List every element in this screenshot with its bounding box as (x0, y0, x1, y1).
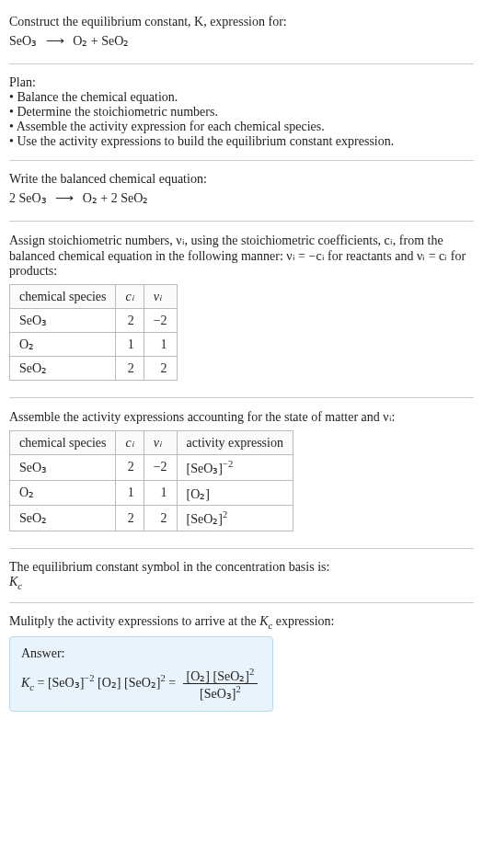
answer-label: Answer: (21, 646, 261, 661)
cell-species: O₂ (10, 480, 116, 506)
plan-item: Balance the chemical equation. (9, 90, 474, 105)
cell-species: SeO₂ (10, 357, 116, 381)
intro-line: Construct the equilibrium constant, K, e… (9, 15, 474, 29)
cell-species: SeO₃ (10, 309, 116, 333)
act-exp: −2 (223, 459, 233, 469)
col-species: chemical species (10, 431, 116, 455)
stoich-table: chemical species cᵢ νᵢ SeO₃ 2 −2 O₂ 1 1 … (9, 284, 178, 381)
basis-symbol: Kc (9, 575, 474, 591)
plan-list: Balance the chemical equation. Determine… (9, 90, 474, 149)
kc-expression: Kc = [SeO₃]−2 [O₂] [SeO₂]2 = [O₂] [SeO₂]… (21, 667, 261, 702)
balanced-equation: 2 SeO₃ ⟶ O₂ + 2 SeO₂ (9, 190, 474, 206)
multiply-section: Mulitply the activity expressions to arr… (9, 607, 474, 719)
cell-activity: [SeO₃]−2 (177, 455, 293, 481)
cell-vi: 1 (144, 480, 177, 506)
cell-vi: 2 (144, 506, 177, 531)
equals: = (168, 676, 176, 690)
basis-text: The equilibrium constant symbol in the c… (9, 560, 474, 575)
cell-ci: 1 (116, 333, 144, 357)
act-base: [O₂] (187, 486, 210, 500)
balanced-section: Write the balanced chemical equation: 2 … (9, 165, 474, 217)
col-vi: νᵢ (144, 285, 177, 309)
numerator: [O₂] [SeO₂]2 (183, 667, 259, 685)
table-row: O₂ 1 1 [O₂] (10, 480, 293, 506)
cell-activity: [SeO₂]2 (177, 506, 293, 531)
cell-species: SeO₂ (10, 506, 116, 531)
cell-vi: 1 (144, 333, 177, 357)
intro-section: Construct the equilibrium constant, K, e… (9, 7, 474, 60)
table-row: SeO₃ 2 −2 [SeO₃]−2 (10, 455, 293, 481)
cell-ci: 2 (116, 309, 144, 333)
arrow-icon: ⟶ (46, 34, 64, 48)
basis-section: The equilibrium constant symbol in the c… (9, 553, 474, 599)
col-species: chemical species (10, 285, 116, 309)
table-row: O₂ 1 1 (10, 333, 178, 357)
divider (9, 221, 474, 222)
cell-vi: 2 (144, 357, 177, 381)
cell-species: SeO₃ (10, 455, 116, 481)
assign-text: Assign stoichiometric numbers, νᵢ, using… (9, 233, 474, 279)
plan-heading: Plan: (9, 75, 474, 90)
plan-section: Plan: Balance the chemical equation. Det… (9, 68, 474, 156)
divider (9, 602, 474, 603)
activity-table: chemical species cᵢ νᵢ activity expressi… (9, 430, 293, 531)
cell-ci: 1 (116, 480, 144, 506)
plan-item: Determine the stoichiometric numbers. (9, 105, 474, 120)
unbalanced-equation: SeO₃ ⟶ O₂ + SeO₂ (9, 33, 474, 49)
equals: = (38, 676, 45, 690)
assemble-text: Assemble the activity expressions accoun… (9, 409, 474, 425)
cell-species: O₂ (10, 333, 116, 357)
cell-ci: 2 (116, 455, 144, 481)
divider (9, 548, 474, 549)
term2: [O₂] (98, 676, 121, 690)
intro-text: Construct the equilibrium constant, K, e… (9, 15, 287, 29)
table-row: SeO₂ 2 2 [SeO₂]2 (10, 506, 293, 531)
divider (9, 63, 474, 64)
table-row: SeO₃ 2 −2 (10, 309, 178, 333)
activity-section: Assemble the activity expressions accoun… (9, 402, 474, 544)
col-vi: νᵢ (144, 431, 177, 455)
act-base: [SeO₂] (187, 512, 223, 526)
col-ci: cᵢ (116, 431, 144, 455)
eq-lhs: SeO₃ (9, 34, 37, 48)
cell-vi: −2 (144, 309, 177, 333)
col-ci: cᵢ (116, 285, 144, 309)
cell-activity: [O₂] (177, 480, 293, 506)
plan-item: Use the activity expressions to build th… (9, 134, 474, 149)
assign-section: Assign stoichiometric numbers, νᵢ, using… (9, 225, 474, 394)
balanced-rhs: O₂ + 2 SeO₂ (83, 191, 149, 205)
table-header-row: chemical species cᵢ νᵢ (10, 285, 178, 309)
arrow-icon: ⟶ (55, 191, 74, 205)
table-header-row: chemical species cᵢ νᵢ activity expressi… (10, 431, 293, 455)
balanced-lhs: 2 SeO₃ (9, 191, 47, 205)
col-activity: activity expression (177, 431, 293, 455)
cell-ci: 2 (116, 506, 144, 531)
eq-rhs: O₂ + SeO₂ (73, 34, 129, 48)
fraction: [O₂] [SeO₂]2 [SeO₃]2 (183, 667, 259, 702)
divider (9, 397, 474, 398)
multiply-text: Mulitply the activity expressions to arr… (9, 614, 474, 631)
cell-ci: 2 (116, 357, 144, 381)
act-exp: 2 (223, 509, 227, 520)
balanced-heading: Write the balanced chemical equation: (9, 172, 474, 187)
term1: [SeO₃]−2 (48, 676, 95, 690)
divider (9, 160, 474, 161)
plan-item: Assemble the activity expression for eac… (9, 120, 474, 134)
cell-vi: −2 (144, 455, 177, 481)
denominator: [SeO₃]2 (183, 684, 259, 702)
act-base: [SeO₃] (187, 462, 223, 475)
table-row: SeO₂ 2 2 (10, 357, 178, 381)
term3: [SeO₂]2 (124, 676, 166, 690)
answer-box: Answer: Kc = [SeO₃]−2 [O₂] [SeO₂]2 = [O₂… (9, 636, 273, 712)
